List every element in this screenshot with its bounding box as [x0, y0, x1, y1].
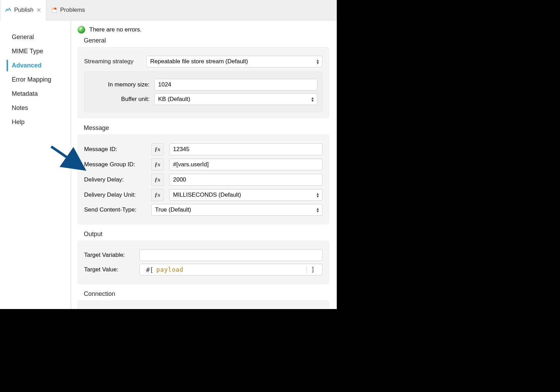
- problems-icon: [51, 7, 57, 13]
- editor-tabbar: Publish ✕ Problems: [0, 0, 337, 20]
- tab-problems[interactable]: Problems: [46, 0, 90, 20]
- message-id-input[interactable]: [169, 143, 323, 155]
- select-value: KB (Default): [158, 96, 190, 103]
- fx-expression-button[interactable]: ƒx: [151, 158, 164, 171]
- chevron-updown-icon: ▴▾: [317, 207, 319, 213]
- sidebar-item-advanced[interactable]: Advanced: [0, 58, 71, 73]
- target-variable-label: Target Variable:: [84, 252, 139, 259]
- send-content-type-select[interactable]: True (Default) ▴▾: [151, 204, 323, 216]
- sidebar-item-general[interactable]: General: [0, 30, 71, 44]
- status-text: There are no errors.: [89, 26, 142, 33]
- streaming-strategy-label: Streaming strategy: [84, 58, 146, 65]
- sidebar-item-help[interactable]: Help: [0, 115, 71, 129]
- tab-label: Problems: [60, 7, 85, 13]
- streaming-strategy-select[interactable]: Repeatable file store stream (Default) ▴…: [146, 56, 323, 67]
- sidebar: General MIME Type Advanced Error Mapping…: [0, 20, 71, 309]
- expr-close-bracket: ]: [307, 266, 319, 273]
- sidebar-item-error-mapping[interactable]: Error Mapping: [0, 73, 71, 87]
- message-id-label: Message ID:: [84, 146, 151, 153]
- sidebar-item-metadata[interactable]: Metadata: [0, 87, 71, 101]
- delivery-delay-input[interactable]: [169, 174, 323, 186]
- select-value: Repeatable file store stream (Default): [150, 58, 248, 65]
- expr-code: payload: [156, 266, 184, 273]
- sidebar-item-mime-type[interactable]: MIME Type: [0, 44, 71, 58]
- target-value-expression-input[interactable]: #[ payload ]: [139, 264, 323, 276]
- status-bar: There are no errors.: [78, 26, 329, 34]
- target-value-label: Target Value:: [84, 266, 139, 273]
- chevron-updown-icon: ▴▾: [317, 59, 319, 64]
- target-variable-input[interactable]: [139, 249, 323, 261]
- tab-publish[interactable]: Publish ✕: [0, 0, 46, 20]
- general-panel: Streaming strategy Repeatable file store…: [78, 47, 329, 118]
- delivery-delay-label: Delivery Delay:: [84, 176, 151, 183]
- svg-point-2: [54, 8, 56, 10]
- section-title-general: General: [84, 37, 329, 44]
- expr-open-bracket: #[: [143, 266, 156, 273]
- svg-point-1: [52, 8, 54, 10]
- output-panel: Target Variable: Target Value: #[ payloa…: [78, 241, 329, 284]
- section-title-message: Message: [84, 124, 329, 132]
- message-group-id-label: Message Group ID:: [84, 161, 151, 168]
- send-content-type-label: Send Content-Type:: [84, 206, 151, 213]
- section-title-output: Output: [84, 231, 329, 238]
- chevron-updown-icon: ▴▾: [311, 96, 314, 102]
- publish-icon: [5, 7, 11, 13]
- section-title-connection: Connection: [84, 290, 329, 298]
- select-value: MILLISECONDS (Default): [173, 192, 241, 198]
- message-panel: Message ID: ƒx Message Group ID: ƒx Deli…: [78, 134, 329, 224]
- buffer-unit-label: Buffer unit:: [89, 96, 154, 103]
- advanced-tab-content: There are no errors. General Streaming s…: [71, 20, 337, 309]
- sidebar-item-notes[interactable]: Notes: [0, 101, 71, 115]
- fx-expression-button[interactable]: ƒx: [151, 189, 164, 201]
- delivery-delay-unit-label: Delivery Delay Unit:: [84, 192, 151, 198]
- fx-expression-button[interactable]: ƒx: [151, 143, 164, 156]
- in-memory-size-label: In memory size:: [89, 81, 154, 88]
- tab-label: Publish: [14, 7, 34, 13]
- message-group-id-input[interactable]: [169, 159, 323, 170]
- delivery-delay-unit-select[interactable]: MILLISECONDS (Default) ▴▾: [169, 189, 323, 201]
- chevron-updown-icon: ▴▾: [317, 192, 319, 198]
- in-memory-size-input[interactable]: [154, 79, 317, 91]
- fx-expression-button[interactable]: ƒx: [151, 174, 164, 186]
- buffer-unit-select[interactable]: KB (Default) ▴▾: [154, 93, 317, 105]
- config-editor-window: Publish ✕ Problems General MIME Type Adv…: [0, 0, 337, 309]
- connection-panel: Reconnection strategy None ▴▾: [78, 300, 329, 309]
- ok-check-icon: [78, 26, 85, 34]
- streaming-subpanel: In memory size: Buffer unit: KB (Default…: [84, 72, 323, 112]
- close-icon[interactable]: ✕: [36, 7, 41, 14]
- select-value: True (Default): [155, 206, 191, 213]
